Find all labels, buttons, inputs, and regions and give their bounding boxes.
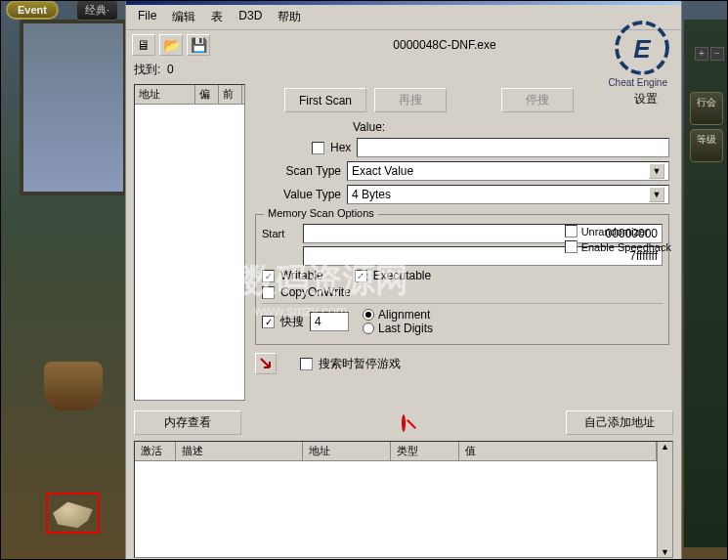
open-process-button[interactable]: 🖥 (132, 34, 155, 56)
classic-button[interactable]: 经典· (76, 0, 118, 21)
value-type-label: Value Type (255, 188, 341, 201)
last-digits-radio[interactable] (363, 323, 374, 334)
plus-icon[interactable]: + (695, 47, 708, 61)
first-scan-button[interactable]: First Scan (284, 88, 366, 112)
floppy-icon: 💾 (191, 37, 207, 53)
col-type[interactable]: 类型 (391, 442, 459, 460)
result-table[interactable]: 激活 描述 地址 类型 值 ▲ ▼ (134, 441, 673, 558)
copyonwrite-checkbox[interactable] (262, 286, 275, 299)
save-button[interactable]: 💾 (187, 34, 210, 56)
addr-col-prev[interactable]: 前 (219, 85, 242, 104)
hex-checkbox[interactable] (312, 142, 324, 154)
menu-edit[interactable]: 编辑 (166, 7, 201, 27)
col-value[interactable]: 值 (459, 442, 657, 460)
col-active[interactable]: 激活 (135, 442, 176, 460)
process-name-label: 0000048C-DNF.exe (214, 36, 675, 54)
logo-caption: Cheat Engine (608, 77, 667, 88)
scroll-up-icon[interactable]: ▲ (658, 442, 672, 452)
last-digits-label: Last Digits (378, 322, 433, 335)
hex-label: Hex (330, 141, 351, 154)
chevron-down-icon: ▼ (649, 187, 664, 202)
scrollbar[interactable]: ▲ ▼ (657, 442, 672, 557)
bg-pot-art (44, 362, 103, 410)
executable-checkbox[interactable]: ✓ (355, 270, 367, 282)
stop-scan-button[interactable]: 停搜 (501, 88, 574, 112)
add-address-manually-button[interactable]: 自己添加地址 (566, 410, 673, 435)
cheat-engine-logo-icon[interactable]: E (615, 21, 669, 75)
game-side-panel: + − 行会 等级 (684, 20, 728, 547)
minus-icon[interactable]: − (710, 47, 724, 61)
toolbar: 🖥 📂 💾 0000048C-DNF.exe (126, 30, 681, 60)
menu-file[interactable]: File (132, 7, 162, 27)
hand-icon (48, 495, 98, 532)
no-entry-icon[interactable] (402, 414, 406, 432)
scan-type-value: Exact Value (352, 164, 413, 178)
speedhack-label: Enable Speedhack (581, 241, 671, 253)
scan-type-label: Scan Type (255, 164, 341, 178)
addr-col-address[interactable]: 地址 (135, 85, 195, 104)
menu-bar: File 编辑 表 D3D 帮助 (126, 5, 681, 30)
alignment-radio[interactable] (363, 309, 374, 321)
rescan-button[interactable]: 再搜 (374, 88, 447, 112)
writable-checkbox[interactable]: ✓ (262, 270, 275, 282)
svg-text:E: E (633, 34, 651, 64)
menu-table[interactable]: 表 (205, 7, 229, 27)
menu-help[interactable]: 帮助 (272, 7, 307, 27)
watermark-url: www.smzy.com (254, 303, 347, 319)
side-guild-button[interactable]: 行会 (690, 92, 723, 125)
addr-col-offset[interactable]: 偏 (195, 85, 219, 104)
scroll-down-icon[interactable]: ▼ (658, 547, 672, 557)
unrandomizer-checkbox[interactable] (565, 225, 578, 237)
arrow-down-right-icon (259, 357, 273, 370)
found-count-row: 找到: 0 (126, 60, 681, 80)
add-address-arrow-button[interactable] (255, 353, 277, 374)
col-address[interactable]: 地址 (303, 442, 391, 460)
found-label: 找到: (134, 63, 160, 76)
cheat-engine-window: File 编辑 表 D3D 帮助 🖥 📂 💾 0000048C-DNF.exe … (125, 0, 682, 560)
value-input[interactable] (357, 138, 669, 157)
value-type-dropdown[interactable]: 4 Bytes ▼ (347, 185, 669, 204)
side-level-button[interactable]: 等级 (690, 129, 723, 162)
memory-options-legend: Memory Scan Options (264, 207, 378, 219)
speedhack-checkbox[interactable] (565, 240, 578, 253)
event-button[interactable]: Event (6, 0, 59, 20)
alignment-label: Alignment (378, 308, 430, 322)
pause-game-label: 搜索时暂停游戏 (319, 356, 401, 372)
settings-link[interactable]: 设置 (634, 91, 658, 108)
unrandomizer-label: Unrandomizer (581, 226, 649, 237)
found-count: 0 (167, 63, 174, 76)
value-type-value: 4 Bytes (352, 188, 391, 201)
memory-view-button[interactable]: 内存查看 (134, 410, 241, 435)
menu-d3d[interactable]: D3D (233, 7, 268, 27)
writable-label: Writable (280, 269, 323, 282)
start-label: Start (262, 228, 297, 239)
address-list[interactable]: 地址 偏 前 (134, 84, 245, 401)
hand-cursor-highlight (46, 493, 100, 534)
copyonwrite-label: CopyOnWrite (280, 285, 351, 299)
folder-open-icon: 📂 (163, 37, 180, 53)
executable-label: Executable (373, 269, 431, 282)
scan-type-dropdown[interactable]: Exact Value ▼ (347, 161, 669, 181)
computer-icon: 🖥 (137, 37, 150, 53)
col-description[interactable]: 描述 (176, 442, 303, 460)
side-options: Unrandomizer Enable Speedhack (565, 222, 671, 256)
pause-game-checkbox[interactable] (300, 358, 313, 370)
chevron-down-icon: ▼ (649, 163, 664, 179)
open-file-button[interactable]: 📂 (159, 34, 183, 56)
bg-window-art (20, 20, 127, 195)
value-label: Value: (353, 120, 385, 134)
